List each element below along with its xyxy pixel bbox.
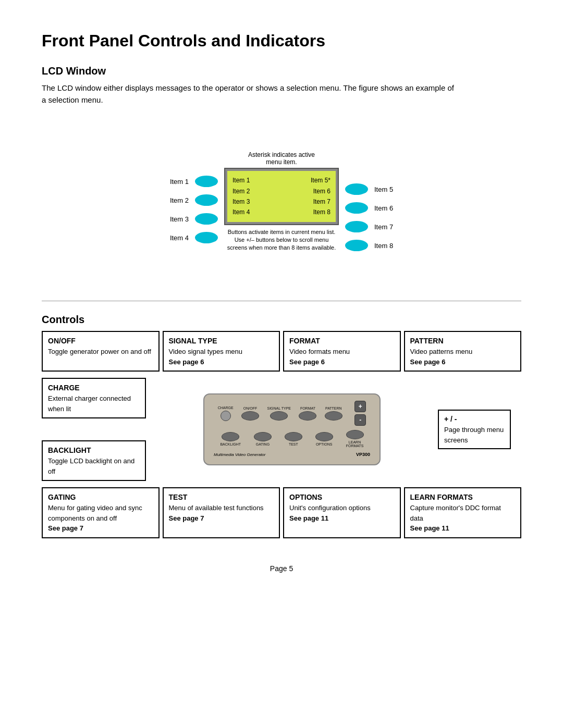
- left-oval-1[interactable]: [195, 176, 218, 187]
- onoff-title: ON/OFF: [48, 336, 153, 347]
- lcd-left-item-4: Item 4: [170, 232, 218, 243]
- lcd-r3-right: Item 7: [313, 196, 331, 207]
- lcd-section-heading: LCD Window: [42, 65, 521, 77]
- info-box-learnformats: LEARN FORMATS Capture monitor's DDC form…: [404, 487, 522, 538]
- device-pattern-btn: PATTERN: [325, 406, 342, 421]
- gating-title: GATING: [48, 492, 153, 503]
- top-info-boxes: ON/OFF Toggle generator power on and off…: [42, 331, 521, 372]
- plus-button[interactable]: +: [354, 401, 366, 412]
- left-oval-4[interactable]: [195, 232, 218, 243]
- lcd-row-4: Item 4 Item 8: [232, 207, 331, 217]
- test-desc: Menu of available test functions: [169, 503, 274, 513]
- options-desc: Unit's configuration options: [289, 503, 395, 513]
- lcd-intro-text: The LCD window either displays messages …: [42, 82, 459, 106]
- pattern-title: PATTERN: [410, 336, 516, 347]
- plus-minus-callout: + / - Page through menu screens: [438, 410, 511, 449]
- left-item-1-label: Item 1: [170, 178, 189, 186]
- right-item-5-label: Item 5: [374, 186, 393, 193]
- lcd-r1-left: Item 1: [232, 175, 250, 186]
- lcd-row-2: Item 2 Item 6: [232, 186, 331, 196]
- device-test-btn: TEST: [285, 432, 302, 446]
- lcd-r1-right: Item 5*: [311, 175, 331, 186]
- lcd-left-buttons: Item 1 Item 2 Item 3 Item 4: [170, 176, 218, 243]
- options-see: See page 11: [289, 513, 395, 524]
- backlight-title: BACKLIGHT: [48, 445, 140, 456]
- device-format-btn: FORMAT: [299, 406, 316, 421]
- device-onoff-btn: ON/OFF: [241, 406, 259, 421]
- lcd-row-3: Item 3 Item 7: [232, 196, 331, 207]
- lcd-right-item-5: Item 5: [345, 183, 393, 195]
- gating-desc: Menu for gating video and sync component…: [48, 503, 153, 523]
- lcd-r3-left: Item 3: [232, 196, 250, 207]
- charge-desc: External charger connected when lit: [48, 393, 140, 414]
- device-footer: Multimedia Video Generator VP300: [214, 452, 370, 457]
- plusminus-desc: Page through menu screens: [444, 425, 505, 445]
- left-item-4-label: Item 4: [170, 234, 189, 242]
- left-oval-2[interactable]: [195, 194, 218, 206]
- test-see: See page 7: [169, 513, 274, 524]
- info-box-options: OPTIONS Unit's configuration options See…: [283, 487, 401, 538]
- device-options-btn: OPTIONS: [315, 432, 333, 446]
- right-item-6-label: Item 6: [374, 204, 393, 212]
- info-box-signaltype: SIGNAL TYPE Video signal types menu See …: [163, 331, 280, 372]
- lcd-left-item-1: Item 1: [170, 176, 218, 187]
- device-top-row: CHARGE ON/OFF SIGNAL TYPE FORMAT: [214, 401, 370, 426]
- lcd-callout-top: Asterisk indicates active menu item.: [248, 151, 315, 166]
- controls-heading: Controls: [42, 314, 521, 326]
- format-title: FORMAT: [289, 336, 395, 347]
- right-oval-5[interactable]: [345, 183, 368, 195]
- left-side-boxes: CHARGE External charger connected when l…: [42, 378, 146, 481]
- signaltype-title: SIGNAL TYPE: [169, 336, 274, 347]
- info-box-format: FORMAT Video formats menu See page 6: [283, 331, 401, 372]
- controls-section: Controls ON/OFF Toggle generator power o…: [42, 314, 521, 538]
- device-name: Multimedia Video Generator: [214, 452, 265, 457]
- lcd-right-item-6: Item 6: [345, 202, 393, 214]
- right-item-7-label: Item 7: [374, 223, 393, 231]
- device-container: CHARGE ON/OFF SIGNAL TYPE FORMAT: [146, 393, 438, 465]
- lcd-row-1: Item 1 Item 5*: [232, 175, 331, 186]
- info-box-charge: CHARGE External charger connected when l…: [42, 378, 146, 418]
- lcd-screen: Item 1 Item 5* Item 2 Item 6 Item 3 Item…: [224, 168, 339, 225]
- learnformats-title: LEARN FORMATS: [410, 492, 516, 503]
- device-backlight-btn: BACKLIGHT: [220, 432, 241, 446]
- controls-layout: ON/OFF Toggle generator power on and off…: [42, 331, 521, 538]
- lcd-left-item-2: Item 2: [170, 194, 218, 206]
- lcd-screen-wrapper: Asterisk indicates active menu item. Ite…: [224, 151, 339, 252]
- lcd-left-item-3: Item 3: [170, 213, 218, 225]
- left-oval-3[interactable]: [195, 213, 218, 225]
- bottom-info-boxes: GATING Menu for gating video and sync co…: [42, 487, 521, 538]
- device-learnformats-btn: LEARNFORMATS: [346, 430, 364, 448]
- lcd-callout-bottom: Buttons activate items in current menu l…: [224, 228, 339, 252]
- device-bottom-row: BACKLIGHT GATING TEST OPTIONS: [214, 430, 370, 448]
- right-oval-8[interactable]: [345, 240, 368, 251]
- device-model: VP300: [356, 452, 370, 457]
- test-title: TEST: [169, 492, 274, 503]
- format-see: See page 6: [289, 357, 395, 367]
- right-oval-6[interactable]: [345, 202, 368, 214]
- page-title: Front Panel Controls and Indicators: [42, 31, 521, 51]
- left-item-2-label: Item 2: [170, 196, 189, 204]
- lcd-right-item-7: Item 7: [345, 221, 393, 232]
- lcd-right-item-8: Item 8: [345, 240, 393, 251]
- plusminus-title: + / -: [444, 414, 505, 425]
- charge-title: CHARGE: [48, 382, 140, 393]
- info-box-test: TEST Menu of available test functions Se…: [163, 487, 280, 538]
- page-number: Page 5: [42, 564, 521, 573]
- minus-button[interactable]: -: [354, 414, 366, 426]
- lcd-r4-right: Item 8: [313, 207, 331, 217]
- info-box-gating: GATING Menu for gating video and sync co…: [42, 487, 160, 538]
- right-side-box: + / - Page through menu screens: [438, 410, 521, 449]
- learnformats-see: See page 11: [410, 523, 516, 534]
- device-signaltype-btn: SIGNAL TYPE: [267, 406, 291, 421]
- backlight-desc: Toggle LCD backlight on and off: [48, 456, 140, 476]
- learnformats-desc: Capture monitor's DDC format data: [410, 503, 516, 523]
- gating-see: See page 7: [48, 523, 153, 534]
- info-box-backlight: BACKLIGHT Toggle LCD backlight on and of…: [42, 440, 146, 481]
- lcd-r2-right: Item 6: [313, 186, 331, 196]
- lcd-right-buttons: Item 5 Item 6 Item 7 Item 8: [345, 183, 393, 251]
- middle-row: CHARGE External charger connected when l…: [42, 378, 521, 481]
- right-oval-7[interactable]: [345, 221, 368, 232]
- signaltype-desc: Video signal types menu: [169, 347, 274, 357]
- device-charge-btn: CHARGE: [218, 406, 234, 421]
- pattern-see: See page 6: [410, 357, 516, 367]
